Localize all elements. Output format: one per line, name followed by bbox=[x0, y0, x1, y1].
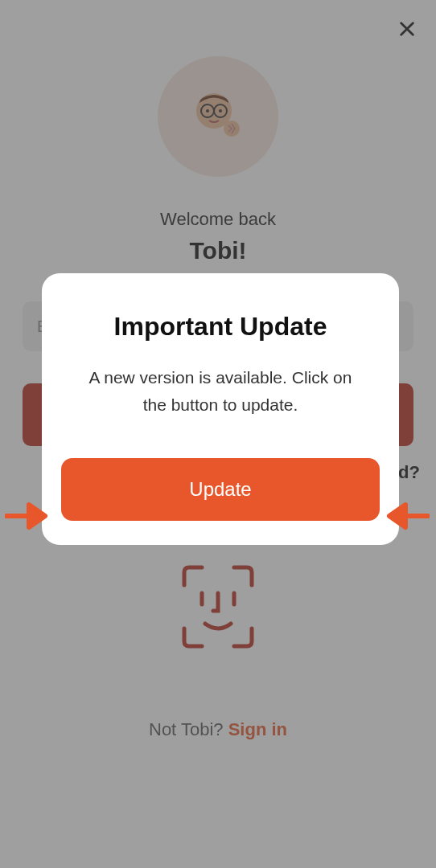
modal-title: Important Update bbox=[61, 312, 380, 342]
modal-body-text: A new version is available. Click on the… bbox=[61, 364, 380, 418]
arrow-right-icon bbox=[5, 500, 50, 532]
update-modal: Important Update A new version is availa… bbox=[42, 273, 399, 545]
annotation-arrow-left bbox=[5, 500, 50, 532]
arrow-left-icon bbox=[385, 500, 430, 532]
update-button[interactable]: Update bbox=[61, 458, 380, 521]
annotation-arrow-right bbox=[385, 500, 430, 532]
